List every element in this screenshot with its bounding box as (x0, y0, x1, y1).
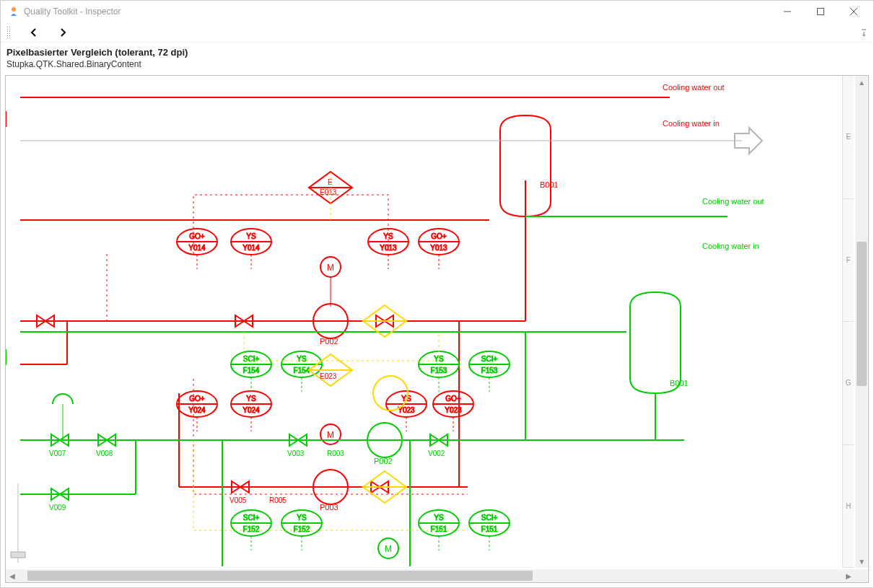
svg-text:YS: YS (297, 514, 307, 522)
toolbar-overflow-icon[interactable] (859, 24, 869, 41)
svg-text:F152: F152 (294, 525, 310, 533)
svg-text:V007: V007 (49, 449, 66, 457)
toolbar (1, 22, 873, 43)
svg-text:F151: F151 (431, 525, 447, 533)
svg-text:E013: E013 (320, 188, 337, 196)
diagram-canvas[interactable]: B001 Cooling water out Cooling water in … (6, 76, 842, 568)
cooling-in-label: Cooling water in (702, 242, 759, 250)
svg-text:SCI+: SCI+ (481, 514, 498, 522)
svg-text:Y024: Y024 (188, 406, 206, 414)
window-title: Quality Toolkit - Inspector (24, 6, 771, 17)
vertical-ruler: E F G H (842, 76, 854, 568)
svg-text:R005: R005 (269, 496, 287, 504)
horizontal-scrollbar[interactable]: ◀ ▶ (6, 569, 868, 582)
tank-label: B001 (540, 180, 559, 189)
cooling-out-label: Cooling water out (663, 83, 725, 92)
svg-text:F154: F154 (294, 367, 310, 374)
cooling-in-label: Cooling water in (663, 119, 720, 128)
svg-point-0 (12, 7, 16, 12)
vertical-scrollbar[interactable]: ▲ ▼ (855, 76, 868, 568)
svg-text:F153: F153 (481, 367, 498, 374)
svg-text:YS: YS (297, 355, 307, 363)
app-window: Quality Toolkit - Inspector Pixelbasiert… (0, 0, 874, 588)
scroll-up-icon[interactable]: ▲ (855, 76, 868, 89)
svg-text:M: M (385, 544, 392, 554)
svg-text:Y014: Y014 (242, 244, 260, 252)
svg-text:V002: V002 (428, 449, 445, 457)
svg-text:F154: F154 (243, 367, 260, 374)
svg-text:SCI+: SCI+ (481, 355, 498, 363)
forward-button[interactable] (54, 24, 71, 41)
page-subtitle: Stupka.QTK.Shared.BinaryContent (6, 59, 868, 69)
svg-text:SCI+: SCI+ (243, 514, 260, 522)
svg-text:Y014: Y014 (188, 244, 206, 252)
svg-text:F153: F153 (431, 367, 447, 374)
diff-layer-removed: B001 Cooling water out Cooling water in … (6, 83, 725, 512)
svg-rect-131 (11, 552, 25, 558)
svg-text:V003: V003 (287, 449, 305, 457)
toolbar-grip-icon (6, 26, 11, 39)
ruler-mark: G (843, 322, 854, 445)
svg-text:M: M (327, 430, 334, 440)
svg-point-129 (373, 376, 408, 411)
diagram-viewer: B001 Cooling water out Cooling water in … (5, 75, 869, 583)
minimize-button[interactable] (771, 1, 804, 22)
app-icon (8, 6, 19, 17)
scroll-left-icon[interactable]: ◀ (6, 569, 19, 582)
svg-text:R003: R003 (327, 449, 344, 457)
maximize-button[interactable] (804, 1, 837, 22)
diff-layer-overlap: E023 (193, 170, 468, 530)
titlebar: Quality Toolkit - Inspector (1, 1, 873, 22)
svg-text:GO+: GO+ (189, 395, 205, 403)
horizontal-scroll-thumb[interactable] (27, 571, 533, 581)
scroll-down-icon[interactable]: ▼ (855, 555, 868, 568)
page-title: Pixelbasierter Vergleich (tolerant, 72 d… (6, 47, 868, 58)
motor-label: M (327, 263, 334, 273)
svg-text:GO+: GO+ (189, 232, 205, 240)
svg-text:F151: F151 (481, 525, 498, 533)
svg-text:YS: YS (246, 232, 256, 240)
svg-text:E023: E023 (320, 372, 337, 380)
scroll-right-icon[interactable]: ▶ (842, 569, 855, 582)
svg-rect-2 (818, 9, 824, 15)
close-button[interactable] (837, 1, 870, 22)
svg-text:GO+: GO+ (431, 232, 447, 240)
svg-text:YS: YS (383, 232, 393, 240)
svg-text:Y013: Y013 (430, 244, 447, 252)
pump-label: P002 (320, 337, 338, 346)
svg-text:Y024: Y024 (242, 406, 260, 414)
svg-text:SCI+: SCI+ (243, 355, 260, 363)
ruler-mark: F (843, 199, 854, 322)
vertical-scroll-thumb[interactable] (857, 242, 867, 386)
cooling-out-label: Cooling water out (702, 197, 764, 206)
svg-text:V005: V005 (230, 496, 247, 504)
svg-text:V009: V009 (49, 504, 66, 512)
svg-text:YS: YS (434, 514, 444, 522)
content-header: Pixelbasierter Vergleich (tolerant, 72 d… (1, 43, 873, 72)
zoom-slider[interactable] (7, 480, 29, 566)
ruler-mark: E (843, 76, 854, 199)
svg-text:YS: YS (246, 395, 256, 403)
window-controls (771, 1, 870, 22)
ruler-mark: H (843, 445, 854, 569)
pump-label: P003 (320, 503, 338, 512)
svg-text:V008: V008 (96, 449, 113, 457)
back-button[interactable] (25, 24, 43, 41)
svg-text:Y013: Y013 (380, 244, 397, 252)
tank-label: B001 (670, 379, 689, 387)
svg-text:P002: P002 (374, 457, 393, 465)
svg-text:F152: F152 (243, 525, 260, 533)
diff-layer-added: B001 Cooling water out Cooling water in … (6, 128, 764, 566)
